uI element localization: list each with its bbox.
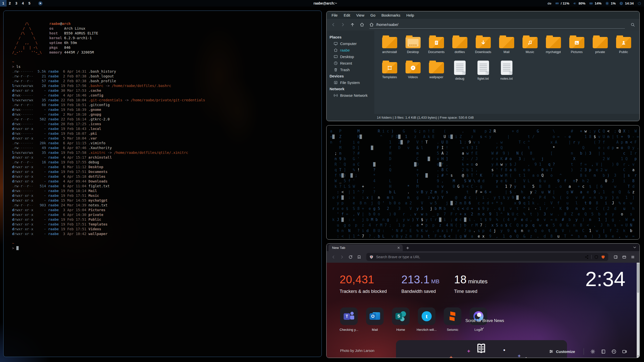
folder-icon [616, 37, 631, 48]
wallet-button[interactable] [620, 253, 628, 261]
sidebar-item-recent[interactable]: Recent [327, 60, 374, 66]
menu-view[interactable]: View [354, 12, 367, 18]
close-tab-icon[interactable] [397, 246, 400, 249]
shortcut-seismic[interactable]: Seismic [442, 307, 463, 332]
menu-bookmarks[interactable]: Bookmarks [379, 12, 403, 18]
shortcut-teams[interactable]: TChecking y... [338, 307, 360, 332]
customize-label: Customize [556, 349, 575, 354]
cmatrix-terminal-window[interactable]: a P M R i c ) G G ; n ! E ( . N p 2 R + … [326, 125, 640, 240]
bookmark-button[interactable] [355, 253, 363, 261]
home-icon [360, 22, 364, 27]
matrix-rain: a P M R i c ) G G ; n ! E ( . N p 2 R + … [330, 128, 638, 239]
sidebar-item-browse-network[interactable]: Browse Network [327, 92, 374, 99]
sidebar-item-raabe[interactable]: raabe [327, 47, 374, 53]
home-icon [334, 48, 338, 52]
workspace-1[interactable]: 1 [0, 0, 7, 7]
folder-music[interactable]: Music [518, 35, 542, 60]
folder-pictures[interactable]: Pictures [565, 35, 588, 60]
folder-documents[interactable]: Documents [425, 35, 448, 60]
sidebar-button[interactable] [612, 253, 619, 261]
reload-button[interactable] [347, 253, 354, 261]
brave-shields-icon[interactable] [369, 255, 374, 259]
file-figlet-txt[interactable]: figlet.txt [471, 60, 495, 85]
path-bar[interactable]: /home/raabe/ [369, 21, 625, 29]
menu-edit[interactable]: Edit [341, 12, 353, 18]
scrollbar-thumb[interactable] [637, 263, 639, 293]
sidebar-item-desktop[interactable]: Desktop [327, 53, 374, 60]
side-panel-icon [614, 255, 618, 259]
ls-row: drwxr-xr-x - raabe 4 Apr 15:17 archinsta… [12, 155, 321, 160]
up-button[interactable] [349, 21, 356, 28]
sidebar-item-trash[interactable]: Trash [327, 66, 374, 73]
seismic-icon [444, 307, 461, 325]
folder-archinstall[interactable]: archinstall [378, 35, 401, 60]
terminal-window[interactable]: /\ / \ /\ \ / \ / ,, \ / | | -\ /_-'' ''… [3, 11, 322, 357]
menu-file[interactable]: File [329, 12, 340, 18]
scroll-down-chevron-icon[interactable] [480, 326, 485, 331]
system-fetch-output: /\ / \ /\ \ / \ / ,, \ / | | -\ /_-'' ''… [12, 21, 321, 55]
back-icon [331, 22, 336, 27]
search-button[interactable] [629, 21, 636, 28]
privacy-stats: 20,431Trackers & ads blocked213.1MBBandw… [340, 273, 488, 294]
power-button[interactable] [637, 1, 641, 6]
tab-new-tab[interactable]: New Tab [329, 244, 403, 251]
ntp-clock: 2:34 [585, 267, 625, 291]
folder-mychatgpt[interactable]: mychatgpt [542, 35, 565, 60]
tab-bar: New Tab [327, 244, 639, 251]
folder-private[interactable]: private [588, 35, 612, 60]
back-icon [331, 255, 336, 259]
sidebar-item-file-system[interactable]: File System [327, 79, 374, 86]
folder-icon [593, 37, 608, 48]
menu-help[interactable]: Help [404, 12, 417, 18]
shortcut-outlook[interactable]: OMail [364, 307, 386, 332]
workspace-5[interactable]: 5 [26, 0, 33, 7]
brave-browser-window[interactable]: New Tab Search Brave or type a URL 20,43… [326, 243, 640, 358]
folder-desktop[interactable]: Desktop [401, 35, 425, 60]
workspace-2[interactable]: 2 [7, 0, 13, 7]
file-manager-window[interactable]: FileEditViewGoBookmarksHelp /home/raabe/… [326, 11, 640, 121]
media-icon[interactable] [622, 349, 627, 354]
sidebar-item-computer[interactable]: Computer [327, 40, 374, 47]
shortcut-sharepoint[interactable]: SHome [390, 307, 412, 332]
url-bar[interactable]: Search Brave or type a URL [366, 253, 608, 261]
disk-usage: / 11% [555, 1, 569, 6]
menu-button[interactable] [629, 253, 636, 261]
history-icon[interactable] [611, 349, 617, 354]
new-tab-button[interactable] [404, 245, 411, 251]
forward-button[interactable] [338, 253, 346, 261]
tab-search-chevron-icon[interactable] [633, 246, 636, 249]
file-notes-txt[interactable]: notes.txt [495, 60, 518, 85]
system-tray: de / 11% 80% 14% 1% 14:34 [547, 1, 644, 6]
forward-button[interactable] [339, 21, 347, 28]
folder-wallpaper[interactable]: wallpaper [425, 60, 448, 85]
back-button[interactable] [330, 253, 337, 261]
workspace-3[interactable]: 3 [13, 0, 20, 7]
text-file-icon [501, 61, 512, 75]
back-button[interactable] [330, 21, 337, 28]
brave-rewards-icon[interactable] [601, 255, 605, 259]
bookmarks-icon[interactable] [601, 349, 606, 354]
hamburger-menu-icon [631, 255, 635, 259]
folder-public[interactable]: Public [612, 35, 635, 60]
scroll-down-arrow[interactable]: ▼ [637, 354, 639, 358]
shields-icon[interactable] [594, 255, 598, 259]
ls-row: .rw-r--r-- 21 raabe 2 Feb 07:38 .bash_lo… [12, 74, 321, 79]
scrollbar[interactable]: ▼ [637, 263, 639, 358]
home-button[interactable] [358, 21, 366, 28]
active-prompt[interactable]: > [12, 246, 321, 251]
folder-dotfiles[interactable]: dotfiles [448, 35, 471, 60]
folder-videos[interactable]: Videos [401, 60, 425, 85]
menu-go[interactable]: Go [368, 12, 378, 18]
shortcut-tumblr[interactable]: tHerzlich will... [416, 307, 437, 332]
file-debug[interactable]: debug [448, 60, 471, 85]
workspace-4[interactable]: 4 [20, 0, 26, 7]
layout-indicator-icon[interactable] [38, 1, 43, 6]
ls-row: drwxr-xr-x - raabe 15 Mar 14:55 mychatgp… [12, 198, 321, 203]
settings-icon[interactable] [590, 349, 595, 354]
workspace-switcher[interactable]: 12345 [0, 0, 33, 7]
folder-downloads[interactable]: Downloads [471, 35, 495, 60]
folder-mail[interactable]: Mail [495, 35, 518, 60]
customize-button[interactable]: Customize [549, 349, 575, 354]
folder-templates[interactable]: Templates [378, 60, 401, 85]
share-icon[interactable] [585, 255, 589, 259]
